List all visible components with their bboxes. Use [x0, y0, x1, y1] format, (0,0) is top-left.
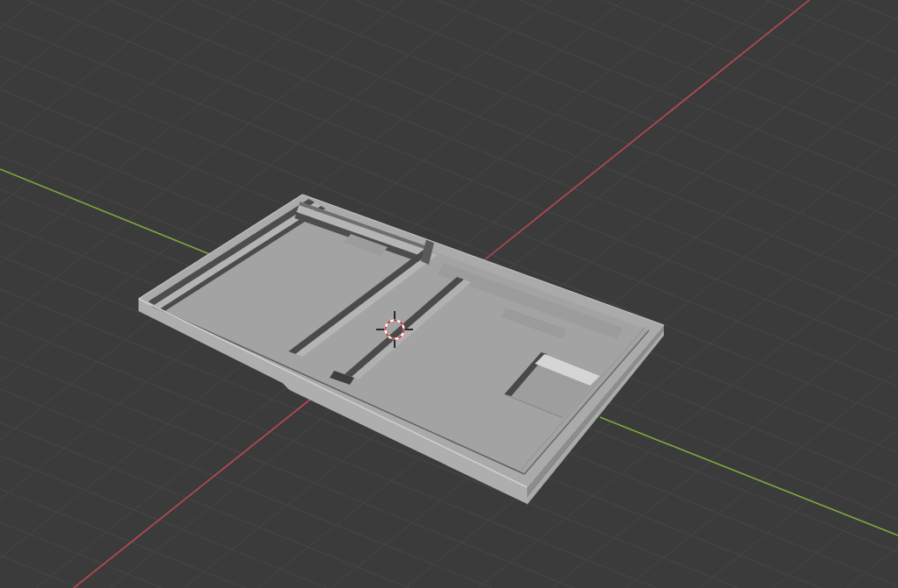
- viewport-stage[interactable]: [0, 0, 898, 588]
- viewport-canvas[interactable]: [0, 0, 898, 588]
